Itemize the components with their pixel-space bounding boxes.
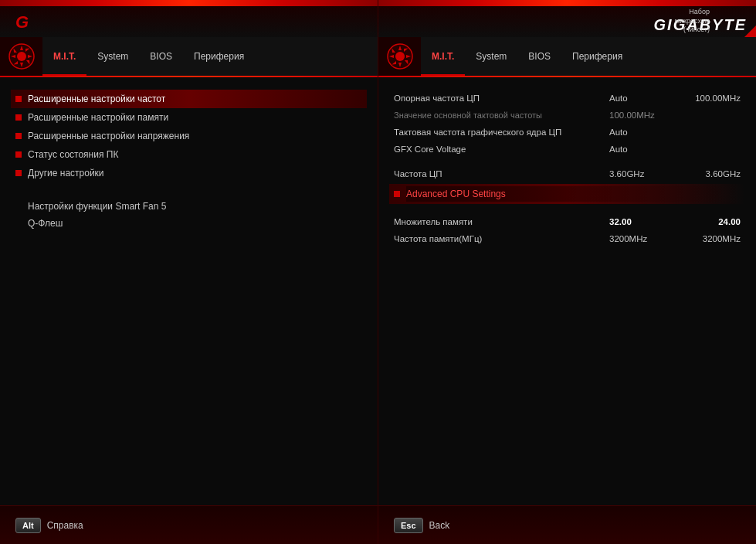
setting-row-mem-mult: Множитель памяти 32.00 24.00: [394, 213, 741, 230]
menu-bullet-volt: [15, 133, 22, 139]
setting-row-cpu-freq: Частота ЦП 3.60GHz 3.60GHz: [394, 165, 741, 182]
tab-bios-right[interactable]: BIOS: [517, 37, 561, 76]
setting-row-base-freq: Опорная частота ЦП Auto 100.00MHz: [394, 90, 741, 107]
esc-key-button[interactable]: Esc: [394, 518, 423, 533]
setting-row-gfx-volt: GFX Core Voltage Auto: [394, 141, 741, 158]
svg-point-1: [17, 52, 26, 61]
menu-item-mem[interactable]: Расширенные настройки памяти: [15, 108, 362, 127]
help-label: Справка: [47, 520, 83, 531]
menu-label-freq: Расширенные настройки частот: [28, 94, 165, 104]
label-gfx-freq: Тактовая частота графического ядра ЦП: [394, 128, 609, 137]
value2-base-freq: 100.00MHz: [679, 94, 741, 103]
menu-item-status[interactable]: Статус состояния ПК: [15, 145, 362, 164]
menu-bullet-other: [15, 170, 22, 176]
brand-letter-left: G: [15, 12, 29, 32]
nav-tabs-left: M.I.T. System BIOS Периферия: [42, 37, 378, 76]
separator1: [394, 158, 741, 165]
label-mem-freq: Частота памяти(МГц): [394, 234, 609, 243]
bottom-bar-left: Alt Справка: [0, 505, 378, 544]
value1-base-freq: Auto: [609, 94, 679, 103]
gear-icon-right: [378, 37, 421, 76]
menu-item-qflash[interactable]: Q-Флеш: [15, 215, 362, 232]
separator2: [394, 206, 741, 213]
advanced-cpu-row[interactable]: Advanced CPU Settings: [389, 184, 745, 204]
label-main-freq: Значение основной тактовой частоты: [394, 110, 609, 120]
top-bar-right: [378, 0, 756, 6]
advanced-cpu-bullet: [394, 191, 400, 197]
value1-mem-mult: 32.00: [609, 217, 679, 226]
menu-item-other[interactable]: Другие настройки: [15, 164, 362, 182]
value2-mem-mult: 24.00: [679, 217, 741, 226]
value2-cpu-freq: 3.60GHz: [679, 169, 741, 178]
content-area-left: Расширенные настройки частот Расширенные…: [0, 77, 378, 505]
menu-item-freq[interactable]: Расширенные настройки частот: [11, 90, 367, 108]
value2-mem-freq: 3200MHz: [679, 234, 741, 243]
logo-area-right: GIGABYTE Набормикросхем(чипсет): [378, 6, 756, 37]
value1-main-freq: 100.00MHz: [609, 110, 679, 120]
advanced-cpu-label: Advanced CPU Settings: [406, 186, 741, 202]
label-cpu-freq: Частота ЦП: [394, 169, 609, 178]
value1-gfx-freq: Auto: [609, 128, 679, 137]
label-base-freq: Опорная частота ЦП: [394, 94, 609, 103]
tab-mit-left[interactable]: M.I.T.: [42, 37, 86, 76]
logo-area-left: G: [0, 6, 378, 37]
tab-mit-right[interactable]: M.I.T.: [421, 37, 465, 76]
tab-bios-left[interactable]: BIOS: [139, 37, 183, 76]
bottom-bar-right: Esc Back: [378, 505, 756, 544]
menu-separator: [15, 187, 362, 198]
triangle-decoration: [744, 26, 756, 37]
tab-system-left[interactable]: System: [86, 37, 139, 76]
menu-label-status: Статус состояния ПК: [28, 149, 118, 160]
svg-point-3: [395, 52, 405, 61]
chipset-label: Набормикросхем(чипсет): [675, 8, 710, 35]
value1-gfx-volt: Auto: [609, 144, 679, 154]
right-panel: GIGABYTE Набормикросхем(чипсет) M.I.T. S…: [378, 0, 756, 544]
left-panel: G M.I.T. System BIOS Периферия: [0, 0, 378, 544]
menu-item-smartfan[interactable]: Настройки функции Smart Fan 5: [15, 198, 362, 215]
menu-label-other: Другие настройки: [28, 168, 104, 178]
alt-key-button[interactable]: Alt: [15, 518, 41, 533]
tab-periph-left[interactable]: Периферия: [183, 37, 255, 76]
back-label: Back: [429, 520, 450, 531]
menu-bullet-mem: [15, 114, 22, 121]
gear-icon-left: [0, 37, 42, 76]
content-area-right: Опорная частота ЦП Auto 100.00MHz Значен…: [378, 77, 756, 505]
tab-periph-right[interactable]: Периферия: [561, 37, 633, 76]
menu-item-volt[interactable]: Расширенные настройки напряжения: [15, 127, 362, 145]
nav-tabs-right: M.I.T. System BIOS Периферия: [421, 37, 756, 76]
tab-system-right[interactable]: System: [465, 37, 517, 76]
setting-row-main-freq: Значение основной тактовой частоты 100.0…: [394, 107, 741, 124]
label-mem-mult: Множитель памяти: [394, 217, 609, 226]
menu-label-mem: Расширенные настройки памяти: [28, 112, 168, 123]
value1-mem-freq: 3200MHz: [609, 234, 679, 243]
header-row-right: M.I.T. System BIOS Периферия: [378, 37, 756, 76]
header-row-left: M.I.T. System BIOS Периферия: [0, 37, 378, 76]
top-bar-left: [0, 0, 378, 6]
setting-row-mem-freq: Частота памяти(МГц) 3200MHz 3200MHz: [394, 230, 741, 247]
setting-row-gfx-freq: Тактовая частота графического ядра ЦП Au…: [394, 124, 741, 141]
menu-label-volt: Расширенные настройки напряжения: [28, 131, 189, 141]
menu-bullet-freq: [15, 96, 22, 102]
label-gfx-volt: GFX Core Voltage: [394, 144, 609, 154]
menu-bullet-status: [15, 151, 22, 158]
value1-cpu-freq: 3.60GHz: [609, 169, 679, 178]
